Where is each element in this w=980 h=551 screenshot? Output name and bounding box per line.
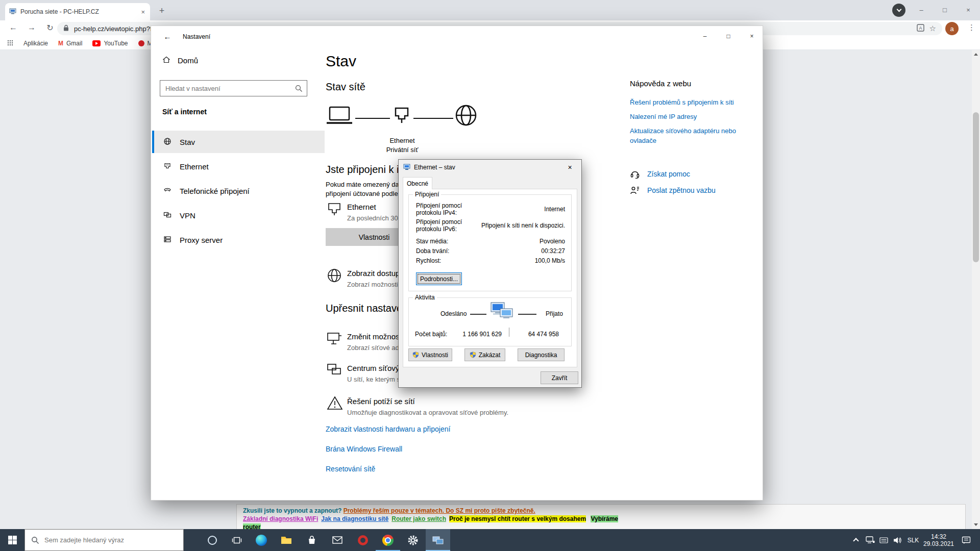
chrome-button[interactable] <box>376 529 400 551</box>
dialog-properties-button[interactable]: Vlastnosti <box>408 348 452 361</box>
troubleshoot-title[interactable]: Řešení potíží se sítí <box>347 397 415 406</box>
phone-icon <box>163 186 172 196</box>
send-feedback-link[interactable]: Poslat zpětnou vazbu <box>647 186 716 194</box>
scroll-down-button[interactable] <box>972 520 980 529</box>
browser-maximize-button[interactable]: □ <box>933 0 957 19</box>
action-center-button[interactable] <box>955 529 977 551</box>
bookmark-gmail[interactable]: MGmail <box>58 40 82 47</box>
dialog-close-bottom-button[interactable]: Zavřít <box>541 371 578 384</box>
sidebar-item-home[interactable]: Domů <box>162 56 198 65</box>
new-tab-button[interactable]: + <box>155 5 168 18</box>
cortana-button[interactable] <box>200 529 225 551</box>
reload-button[interactable]: ↻ <box>44 23 56 33</box>
profile-avatar[interactable]: a <box>945 22 959 35</box>
scroll-up-button[interactable] <box>972 50 980 59</box>
ipv6-label: Připojení pomocí <box>416 218 462 226</box>
dialog-close-button[interactable]: × <box>558 160 581 175</box>
mail-button[interactable] <box>325 529 350 551</box>
signature-link-switch[interactable]: Router jako switch <box>391 515 446 522</box>
tab-close-icon[interactable]: × <box>140 8 146 16</box>
bookmark-star-icon[interactable]: ☆ <box>929 24 936 33</box>
link-hardware-properties[interactable]: Zobrazit vlastnosti hardwaru a připojení <box>326 425 450 433</box>
start-button[interactable] <box>0 529 24 551</box>
opera-button[interactable] <box>351 529 375 551</box>
settings-close-button[interactable]: × <box>740 26 764 46</box>
get-help-link[interactable]: Získat pomoc <box>647 170 690 178</box>
speed-value: 100,0 Mb/s <box>535 257 565 264</box>
settings-search-box[interactable] <box>160 80 307 96</box>
forward-button[interactable]: → <box>26 23 38 32</box>
sidebar-item-vpn[interactable]: VPN <box>152 204 325 227</box>
tray-keyboard-button[interactable] <box>877 529 890 551</box>
browser-close-button[interactable]: × <box>957 0 980 19</box>
signature-text: Zkusili jste to vypnout a zapnout? <box>243 507 344 514</box>
hidden-icons-button[interactable] <box>849 529 863 551</box>
ipv4-label: Připojení pomocí <box>416 202 462 209</box>
link-network-reset[interactable]: Resetování sítě <box>326 465 375 473</box>
sidebar-item-ethernet[interactable]: Ethernet <box>152 155 325 178</box>
taskbar: SLK 14:32 29.03.2021 <box>0 529 980 551</box>
sharing-center-icon <box>327 363 342 378</box>
received-label: Přijato <box>546 310 563 317</box>
ipv4-value: Internet <box>544 206 565 213</box>
signature-link-wifi[interactable]: Základní diagnostika WiFi <box>243 515 318 522</box>
settings-maximize-button[interactable]: □ <box>717 26 740 46</box>
browser-minimize-button[interactable]: – <box>910 0 933 19</box>
signature-link-range[interactable]: Proč je nesmysl chtít router s velkým do… <box>449 515 586 522</box>
tray-volume-button[interactable] <box>890 529 903 551</box>
signature-link-choose-router[interactable]: Vybíráme <box>591 515 618 522</box>
diagram-caption-line2: Privátní síť <box>372 145 433 155</box>
task-view-icon <box>232 536 242 545</box>
settings-search-input[interactable] <box>160 81 307 96</box>
link-windows-firewall[interactable]: Brána Windows Firewall <box>326 445 402 453</box>
network-status-taskbar-button[interactable] <box>426 529 450 551</box>
store-button[interactable] <box>300 529 324 551</box>
taskbar-search-input[interactable] <box>44 536 177 544</box>
tray-network-button[interactable] <box>864 529 877 551</box>
signature-link-diagnostics[interactable]: Jak na diagnostiku sítě <box>321 515 388 522</box>
apps-grid-icon[interactable] <box>7 39 13 48</box>
network-status-heading: Stav sítě <box>326 81 365 93</box>
globe-icon <box>454 104 478 129</box>
sidebar-item-proxy[interactable]: Proxy server <box>152 229 325 251</box>
sidebar-item-stav[interactable]: Stav <box>152 131 325 153</box>
tab-general[interactable]: Obecné <box>403 177 432 189</box>
help-link-update-adapter[interactable]: Aktualizace síťového adaptéru nebo ovlad… <box>630 126 752 145</box>
back-button[interactable]: ← <box>7 23 19 32</box>
browser-tab[interactable]: Porucha siete - PC-HELP.CZ × <box>5 3 150 20</box>
dialog-titlebar[interactable]: Ethernet – stav <box>399 160 581 175</box>
speed-label: Rychlost: <box>416 257 441 264</box>
bookmark-label: Gmail <box>66 40 82 47</box>
translate-icon[interactable]: A <box>917 24 924 34</box>
bookmark-youtube[interactable]: YouTube <box>92 40 128 47</box>
opera-icon <box>358 535 368 545</box>
sent-label: Odesláno <box>440 310 467 317</box>
scrollbar-thumb[interactable] <box>973 112 979 262</box>
signature-link-problems[interactable]: Problémy řeším pouze v tématech. Do SZ m… <box>344 507 535 514</box>
taskbar-search-box[interactable] <box>24 529 184 551</box>
clock[interactable]: 14:32 29.03.2021 <box>923 529 954 551</box>
bookmark-apps[interactable]: Aplikácie <box>23 40 48 47</box>
browser-menu-button[interactable]: ⋮ <box>968 23 975 32</box>
tab-search-button[interactable] <box>892 4 905 17</box>
bytes-divider <box>509 328 509 337</box>
diagram-caption-line1: Ethernet <box>372 136 433 145</box>
settings-back-button[interactable]: ← <box>157 29 178 43</box>
dialog-diagnose-button[interactable]: Diagnostika <box>518 348 565 361</box>
sidebar-item-dialup[interactable]: Telefonické připojení <box>152 180 325 202</box>
task-view-button[interactable] <box>225 529 249 551</box>
browser-scrollbar[interactable] <box>972 50 980 529</box>
dialog-disable-button[interactable]: Zakázat <box>464 348 505 361</box>
edge-button[interactable] <box>249 529 274 551</box>
file-explorer-button[interactable] <box>274 529 299 551</box>
details-button[interactable]: Podrobnosti... <box>416 272 462 285</box>
diagram-caption: Ethernet Privátní síť <box>372 136 433 155</box>
language-indicator[interactable]: SLK <box>904 529 922 551</box>
mail-icon <box>332 536 342 544</box>
settings-gear-button[interactable] <box>401 529 425 551</box>
settings-minimize-button[interactable]: – <box>693 26 717 46</box>
duration-label: Doba trvání: <box>416 247 449 255</box>
help-link-connection-problems[interactable]: Řešení problémů s připojením k síti <box>630 97 757 107</box>
signature-line-2: Základní diagnostika WiFiJak na diagnost… <box>243 515 959 523</box>
help-link-find-ip[interactable]: Nalezení mé IP adresy <box>630 112 757 121</box>
